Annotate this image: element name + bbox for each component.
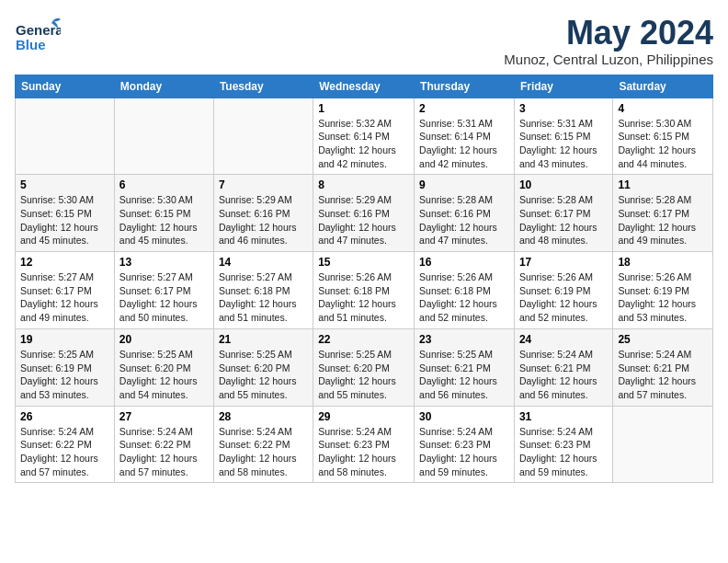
calendar-cell: 4Sunrise: 5:30 AMSunset: 6:15 PMDaylight… — [613, 98, 713, 175]
day-info: Sunrise: 5:25 AMSunset: 6:21 PMDaylight:… — [419, 349, 497, 400]
calendar-cell: 31Sunrise: 5:24 AMSunset: 6:23 PMDayligh… — [514, 406, 612, 483]
day-info: Sunrise: 5:24 AMSunset: 6:23 PMDaylight:… — [318, 426, 396, 477]
calendar-cell: 8Sunrise: 5:29 AMSunset: 6:16 PMDaylight… — [313, 175, 415, 252]
calendar-body: 1Sunrise: 5:32 AMSunset: 6:14 PMDaylight… — [16, 98, 713, 483]
day-number: 13 — [119, 256, 209, 269]
day-number: 20 — [119, 333, 209, 346]
header-day-friday: Friday — [514, 75, 612, 98]
title-block: May 2024 Munoz, Central Luzon, Philippin… — [504, 15, 713, 67]
calendar-cell: 1Sunrise: 5:32 AMSunset: 6:14 PMDaylight… — [313, 98, 415, 175]
calendar-cell: 28Sunrise: 5:24 AMSunset: 6:22 PMDayligh… — [213, 406, 313, 483]
day-number: 17 — [519, 256, 608, 269]
day-number: 29 — [318, 410, 409, 423]
day-number: 10 — [519, 178, 608, 191]
calendar-cell: 17Sunrise: 5:26 AMSunset: 6:19 PMDayligh… — [514, 252, 612, 329]
page-header: General Blue May 2024 Munoz, Central Luz… — [15, 15, 713, 67]
day-number: 28 — [219, 410, 308, 423]
week-row-2: 5Sunrise: 5:30 AMSunset: 6:15 PMDaylight… — [16, 175, 713, 252]
day-info: Sunrise: 5:27 AMSunset: 6:17 PMDaylight:… — [119, 271, 198, 323]
day-number: 15 — [318, 256, 409, 269]
calendar-cell: 11Sunrise: 5:28 AMSunset: 6:17 PMDayligh… — [613, 175, 713, 252]
day-info: Sunrise: 5:25 AMSunset: 6:20 PMDaylight:… — [219, 349, 297, 400]
calendar-cell: 18Sunrise: 5:26 AMSunset: 6:19 PMDayligh… — [613, 252, 713, 329]
day-number: 16 — [419, 256, 509, 269]
header-day-monday: Monday — [114, 75, 213, 98]
day-info: Sunrise: 5:24 AMSunset: 6:23 PMDaylight:… — [519, 426, 597, 477]
week-row-4: 19Sunrise: 5:25 AMSunset: 6:19 PMDayligh… — [16, 328, 713, 406]
calendar-cell: 27Sunrise: 5:24 AMSunset: 6:22 PMDayligh… — [114, 406, 213, 483]
calendar-cell: 5Sunrise: 5:30 AMSunset: 6:15 PMDaylight… — [16, 175, 115, 252]
calendar-cell: 10Sunrise: 5:28 AMSunset: 6:17 PMDayligh… — [514, 175, 612, 252]
calendar-cell: 24Sunrise: 5:24 AMSunset: 6:21 PMDayligh… — [514, 328, 612, 406]
day-info: Sunrise: 5:25 AMSunset: 6:19 PMDaylight:… — [20, 349, 98, 400]
location-text: Munoz, Central Luzon, Philippines — [504, 52, 713, 67]
day-info: Sunrise: 5:32 AMSunset: 6:14 PMDaylight:… — [318, 118, 396, 169]
day-info: Sunrise: 5:24 AMSunset: 6:23 PMDaylight:… — [419, 426, 497, 477]
calendar-cell: 13Sunrise: 5:27 AMSunset: 6:17 PMDayligh… — [114, 252, 213, 329]
calendar-cell: 26Sunrise: 5:24 AMSunset: 6:22 PMDayligh… — [16, 406, 115, 483]
day-info: Sunrise: 5:25 AMSunset: 6:20 PMDaylight:… — [318, 349, 396, 400]
day-number: 6 — [119, 178, 209, 191]
calendar-cell — [114, 98, 213, 175]
week-row-5: 26Sunrise: 5:24 AMSunset: 6:22 PMDayligh… — [16, 406, 713, 483]
header-day-wednesday: Wednesday — [313, 75, 415, 98]
calendar-cell: 25Sunrise: 5:24 AMSunset: 6:21 PMDayligh… — [613, 328, 713, 406]
day-info: Sunrise: 5:27 AMSunset: 6:17 PMDaylight:… — [20, 271, 98, 323]
day-info: Sunrise: 5:24 AMSunset: 6:21 PMDaylight:… — [618, 349, 696, 400]
calendar-cell — [16, 98, 115, 175]
calendar-header: SundayMondayTuesdayWednesdayThursdayFrid… — [16, 75, 713, 98]
week-row-3: 12Sunrise: 5:27 AMSunset: 6:17 PMDayligh… — [16, 252, 713, 329]
day-number: 12 — [20, 256, 109, 269]
day-number: 3 — [519, 102, 608, 115]
day-info: Sunrise: 5:30 AMSunset: 6:15 PMDaylight:… — [20, 194, 98, 246]
day-info: Sunrise: 5:25 AMSunset: 6:20 PMDaylight:… — [119, 349, 198, 400]
calendar-cell: 30Sunrise: 5:24 AMSunset: 6:23 PMDayligh… — [415, 406, 515, 483]
day-info: Sunrise: 5:24 AMSunset: 6:22 PMDaylight:… — [20, 426, 98, 477]
header-day-sunday: Sunday — [16, 75, 115, 98]
calendar-cell — [213, 98, 313, 175]
calendar-cell — [613, 406, 713, 483]
day-info: Sunrise: 5:26 AMSunset: 6:19 PMDaylight:… — [519, 271, 597, 323]
day-info: Sunrise: 5:26 AMSunset: 6:18 PMDaylight:… — [318, 271, 396, 323]
calendar-cell: 20Sunrise: 5:25 AMSunset: 6:20 PMDayligh… — [114, 328, 213, 406]
day-info: Sunrise: 5:29 AMSunset: 6:16 PMDaylight:… — [318, 194, 396, 246]
calendar-cell: 2Sunrise: 5:31 AMSunset: 6:14 PMDaylight… — [415, 98, 515, 175]
day-number: 2 — [419, 102, 509, 115]
day-number: 14 — [219, 256, 308, 269]
day-info: Sunrise: 5:24 AMSunset: 6:22 PMDaylight:… — [119, 426, 198, 477]
day-number: 21 — [219, 333, 308, 346]
calendar-cell: 16Sunrise: 5:26 AMSunset: 6:18 PMDayligh… — [415, 252, 515, 329]
calendar-cell: 9Sunrise: 5:28 AMSunset: 6:16 PMDaylight… — [415, 175, 515, 252]
day-number: 24 — [519, 333, 608, 346]
day-info: Sunrise: 5:24 AMSunset: 6:21 PMDaylight:… — [519, 349, 597, 400]
day-number: 25 — [618, 333, 708, 346]
week-row-1: 1Sunrise: 5:32 AMSunset: 6:14 PMDaylight… — [16, 98, 713, 175]
day-info: Sunrise: 5:28 AMSunset: 6:17 PMDaylight:… — [519, 194, 597, 246]
header-day-saturday: Saturday — [613, 75, 713, 98]
day-number: 1 — [318, 102, 409, 115]
header-row: SundayMondayTuesdayWednesdayThursdayFrid… — [16, 75, 713, 98]
calendar-cell: 14Sunrise: 5:27 AMSunset: 6:18 PMDayligh… — [213, 252, 313, 329]
svg-text:Blue: Blue — [16, 37, 46, 52]
calendar-cell: 7Sunrise: 5:29 AMSunset: 6:16 PMDaylight… — [213, 175, 313, 252]
day-info: Sunrise: 5:27 AMSunset: 6:18 PMDaylight:… — [219, 271, 297, 323]
day-number: 27 — [119, 410, 209, 423]
day-number: 8 — [318, 178, 409, 191]
day-info: Sunrise: 5:28 AMSunset: 6:16 PMDaylight:… — [419, 194, 497, 246]
day-number: 31 — [519, 410, 608, 423]
day-number: 30 — [419, 410, 509, 423]
calendar-cell: 15Sunrise: 5:26 AMSunset: 6:18 PMDayligh… — [313, 252, 415, 329]
header-day-thursday: Thursday — [415, 75, 515, 98]
day-number: 18 — [618, 256, 708, 269]
calendar-cell: 29Sunrise: 5:24 AMSunset: 6:23 PMDayligh… — [313, 406, 415, 483]
day-info: Sunrise: 5:31 AMSunset: 6:15 PMDaylight:… — [519, 118, 597, 169]
day-info: Sunrise: 5:30 AMSunset: 6:15 PMDaylight:… — [618, 118, 696, 169]
day-info: Sunrise: 5:26 AMSunset: 6:19 PMDaylight:… — [618, 271, 696, 323]
calendar-table: SundayMondayTuesdayWednesdayThursdayFrid… — [15, 75, 713, 484]
day-info: Sunrise: 5:30 AMSunset: 6:15 PMDaylight:… — [119, 194, 198, 246]
calendar-cell: 12Sunrise: 5:27 AMSunset: 6:17 PMDayligh… — [16, 252, 115, 329]
day-number: 26 — [20, 410, 109, 423]
day-number: 19 — [20, 333, 109, 346]
calendar-cell: 21Sunrise: 5:25 AMSunset: 6:20 PMDayligh… — [213, 328, 313, 406]
day-info: Sunrise: 5:28 AMSunset: 6:17 PMDaylight:… — [618, 194, 696, 246]
